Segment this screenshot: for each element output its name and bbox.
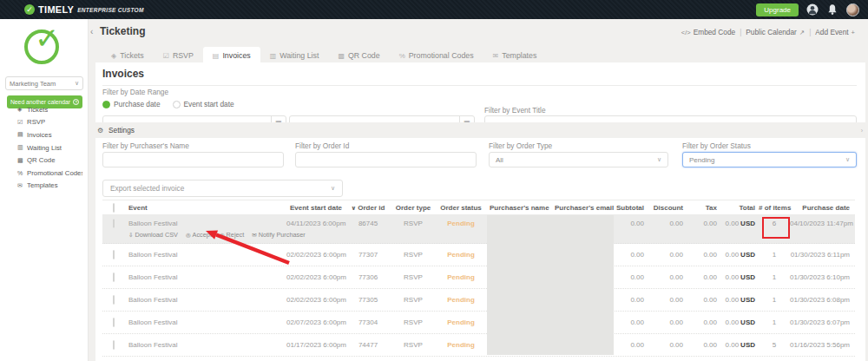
total-value: 0.00 — [726, 296, 740, 304]
sidebar-item-qr-code[interactable]: ▩QR Code — [0, 154, 88, 167]
row-checkbox[interactable] — [113, 318, 115, 327]
timely-logo-icon: ✓ — [24, 4, 35, 15]
tab-label: Invoices — [222, 51, 250, 60]
row-checkbox[interactable] — [113, 340, 115, 350]
column-header-event[interactable]: Event — [125, 204, 286, 212]
header-link-add-event[interactable]: Add Event+ — [815, 28, 855, 36]
envelope-icon: ✉ — [493, 52, 499, 60]
column-header-total[interactable]: Total — [720, 204, 759, 212]
order-id-input[interactable] — [295, 152, 477, 167]
column-header-purchaser-s-email[interactable]: Purchaser's email — [551, 204, 616, 212]
sidebar-item-settings[interactable]: ⚙Settings› — [89, 122, 868, 138]
tab-label: Templates — [502, 51, 536, 60]
row-checkbox[interactable] — [113, 272, 115, 282]
export-invoice-select[interactable]: Export selected invoice ∨ — [102, 180, 343, 197]
items-count-cell: 1 — [759, 296, 790, 304]
event-start-date-cell: 01/17/2023 6:00pm — [286, 341, 345, 349]
radio-purchase-date-label: Purchase date — [114, 100, 161, 108]
column-header-label: Tax — [706, 204, 717, 212]
account-icon[interactable] — [806, 3, 819, 16]
team-selector[interactable]: Marketing Team ∨ — [5, 76, 83, 90]
event-name: Balloon Festival — [128, 296, 286, 304]
subtotal-cell: 0.00 — [616, 273, 648, 281]
order-id-cell: 77304 — [345, 318, 391, 326]
timely-logo[interactable]: ✓ TIMELY ENTERPRISE CUSTOM — [24, 4, 144, 15]
row-checkbox[interactable] — [113, 295, 115, 305]
upgrade-button[interactable]: Upgrade — [756, 3, 799, 16]
radio-purchase-date[interactable]: Purchase date — [102, 100, 161, 108]
select-all-checkbox[interactable] — [113, 203, 115, 213]
column-header-label: Discount — [654, 204, 683, 212]
tab-tickets[interactable]: ◈Tickets — [102, 47, 154, 64]
tab-promotional-codes[interactable]: %Promotional Codes — [390, 47, 483, 64]
column-header-tax[interactable]: Tax — [687, 204, 720, 212]
event-start-date-cell: 02/07/2023 6:00pm — [286, 318, 345, 326]
order-type-select[interactable]: All ∨ — [489, 152, 668, 167]
sidebar-item-templates[interactable]: ✉Templates — [0, 180, 88, 193]
order-id-cell: 74477 — [345, 341, 391, 349]
sidebar-collapse-icon[interactable]: ‹ — [90, 27, 93, 36]
tab-rsvp[interactable]: ☑RSVP — [154, 47, 203, 64]
column-header-order-id[interactable]: ∨Order id — [345, 204, 391, 212]
sidebar-item-tickets[interactable]: ◈Tickets — [0, 103, 88, 116]
row-checkbox-cell — [102, 215, 125, 227]
date-range-radio-group: Purchase date Event start date — [102, 100, 234, 108]
order-status-cell: Pending — [436, 296, 486, 304]
order-id-cell: 77305 — [345, 296, 391, 304]
waiting-list-icon: ▥ — [270, 52, 277, 60]
column-header-order-type[interactable]: Order type — [391, 204, 436, 212]
sidebar-item-promotional-codes[interactable]: %Promotional Codes — [0, 167, 88, 180]
event-cell: Balloon Festival — [125, 341, 286, 349]
chevron-down-icon: ∨ — [845, 156, 850, 163]
column-header-order-status[interactable]: Order status — [436, 204, 486, 212]
order-type-cell: RSVP — [391, 296, 436, 304]
radio-event-start-date[interactable]: Event start date — [173, 100, 234, 108]
order-type-cell: RSVP — [391, 341, 436, 349]
sort-desc-icon: ∨ — [352, 205, 357, 211]
redaction-overlay — [487, 215, 614, 355]
header-links: </>Embed Code|Public Calendar↗|Add Event… — [681, 28, 855, 36]
column-header-subtotal[interactable]: Subtotal — [616, 204, 648, 212]
sidebar-item-invoices[interactable]: ▤Invoices — [0, 128, 88, 141]
order-type-cell: RSVP — [391, 251, 436, 259]
event-name: Balloon Festival — [128, 273, 286, 281]
column-header-label: Total — [739, 204, 755, 212]
tax-cell: 0.00 — [687, 341, 720, 349]
user-avatar[interactable] — [846, 3, 859, 16]
tab-templates[interactable]: ✉Templates — [483, 47, 547, 64]
header-link-embed-code[interactable]: </>Embed Code — [681, 28, 735, 36]
notifications-bell-icon[interactable] — [826, 3, 838, 16]
purchase-date-cell: 04/10/2023 11:47pm — [790, 215, 855, 227]
tab-invoices[interactable]: ▤Invoices — [203, 47, 260, 64]
row-checkbox[interactable] — [113, 219, 115, 228]
column-header-discount[interactable]: Discount — [648, 204, 687, 212]
header-link-public-calendar[interactable]: Public Calendar↗ — [746, 28, 805, 36]
templates-icon: ✉ — [17, 182, 27, 189]
order-status-cell: Pending — [436, 273, 486, 281]
column-header-purchaser-s-name[interactable]: Purchaser's name — [486, 204, 551, 212]
currency-label: USD — [740, 220, 755, 227]
column-header-event-start-date[interactable]: Event start date — [286, 204, 345, 212]
purchase-date-cell: 01/30/2023 6:08pm — [790, 296, 855, 304]
row-checkbox[interactable] — [113, 250, 115, 259]
link-separator: | — [809, 28, 811, 36]
order-status-select[interactable]: Pending ∨ — [682, 152, 857, 167]
discount-cell: 0.00 — [648, 296, 687, 304]
sidebar-item-waiting-list[interactable]: ▥Waiting List — [0, 141, 88, 154]
table-header: EventEvent start date∨Order idOrder type… — [102, 200, 855, 215]
column-header-label: Purchaser's email — [555, 204, 614, 212]
tab-qr-code[interactable]: ▩QR Code — [328, 47, 389, 64]
total-value: 0.00 — [726, 341, 740, 349]
sidebar-item-rsvp[interactable]: ☑RSVP — [0, 116, 88, 129]
purchaser-name-input[interactable] — [102, 152, 284, 167]
total-cell: 0.00USD — [720, 251, 759, 259]
column-header-label: Order id — [358, 204, 385, 212]
table-row: Balloon Festival02/02/2023 6:00pm77306RS… — [102, 266, 855, 289]
calendar-logo: ✓ — [24, 27, 63, 66]
event-name: Balloon Festival — [128, 341, 286, 349]
column-header-label: Event start date — [290, 204, 342, 212]
action-download-csv[interactable]: ⇩Download CSV — [128, 231, 178, 239]
column-header-purchase-date[interactable]: Purchase date — [790, 204, 855, 212]
tab-waiting-list[interactable]: ▥Waiting List — [260, 47, 329, 64]
column-header-of-items[interactable]: # of items — [759, 204, 790, 212]
